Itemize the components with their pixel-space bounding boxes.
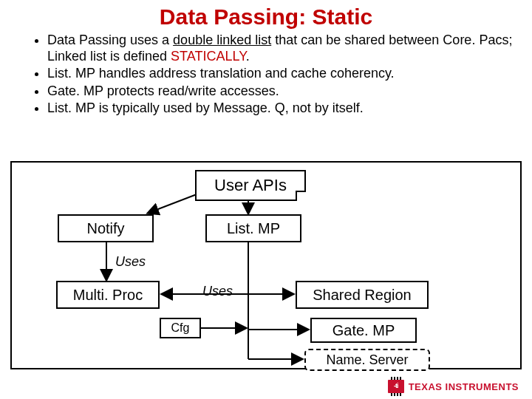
node-shared-region: Shared Region	[296, 281, 429, 309]
list-item: Data Passing uses a double linked list t…	[47, 33, 514, 64]
node-user-apis: User APIs	[195, 170, 306, 201]
bullet-list: Data Passing uses a double linked list t…	[18, 33, 514, 117]
edge-label-uses: Uses	[115, 254, 146, 270]
text: Data Passing uses a	[47, 33, 173, 47]
edge-label-uses: Uses	[202, 284, 233, 299]
list-item: List. MP handles address translation and…	[47, 66, 514, 82]
node-notify: Notify	[58, 214, 154, 242]
chip-icon: -ti	[388, 380, 404, 393]
node-listmp: List. MP	[205, 214, 301, 242]
text: .	[246, 49, 250, 64]
node-nameserver: Name. Server	[304, 349, 430, 371]
diagram-canvas: User APIs Notify List. MP Multi. Proc Sh…	[10, 161, 522, 369]
underlined-text: double linked list	[173, 33, 271, 47]
list-item: List. MP is typically used by Message. Q…	[47, 100, 514, 117]
ti-logo: -ti TEXAS INSTRUMENTS	[388, 380, 519, 393]
node-cfg: Cfg	[160, 318, 201, 338]
highlight-text: STATICALLY	[171, 49, 246, 64]
page-title: Data Passing: Static	[0, 4, 532, 30]
node-gatemp: Gate. MP	[310, 318, 417, 343]
earmark-icon	[296, 191, 306, 201]
node-label: User APIs	[214, 176, 287, 195]
logo-text: TEXAS INSTRUMENTS	[409, 381, 519, 392]
node-multiproc: Multi. Proc	[56, 281, 160, 309]
list-item: Gate. MP protects read/write accesses.	[47, 83, 514, 100]
